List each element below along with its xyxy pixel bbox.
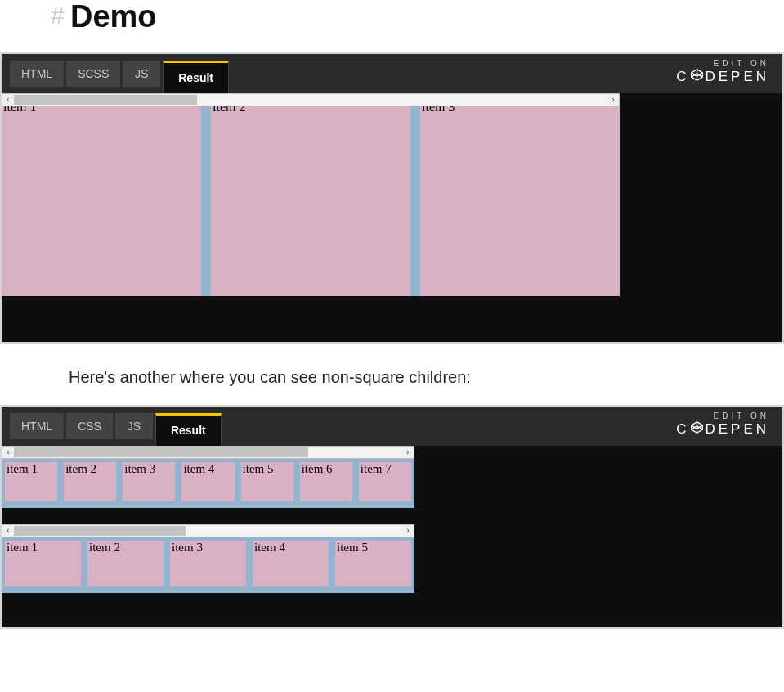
flex-item: item 5	[335, 541, 411, 586]
heading-title: Demo	[70, 0, 157, 34]
edit-on-codepen-link[interactable]: EDIT ON C DEPEN	[676, 59, 769, 86]
tab-html[interactable]: HTML	[10, 61, 64, 87]
scroll-track[interactable]	[14, 447, 402, 457]
flex-item: item 2	[87, 541, 164, 586]
scroll-right-arrow-icon[interactable]: ›	[607, 95, 619, 104]
flex-item: item 5	[241, 462, 293, 501]
body-paragraph: Here's another where you can see non-squ…	[69, 368, 784, 387]
flex-item: item 4	[253, 541, 329, 586]
tab-js[interactable]: JS	[115, 413, 153, 439]
codepen-embed-1: HTML SCSS JS Result EDIT ON C DEPEN	[0, 52, 784, 344]
scroll-thumb[interactable]	[14, 526, 186, 536]
tab-scss[interactable]: SCSS	[66, 61, 120, 87]
flex-item: item 3	[170, 541, 246, 586]
edit-on-label: EDIT ON	[676, 59, 769, 68]
scroll-left-arrow-icon[interactable]: ‹	[2, 526, 14, 535]
tab-js[interactable]: JS	[123, 61, 160, 87]
flex-item: item 7	[359, 462, 411, 501]
codepen-tabbar: HTML SCSS JS Result EDIT ON C DEPEN	[2, 54, 782, 93]
flex-item: item 1	[2, 106, 201, 296]
flex-item: item 2	[64, 462, 116, 501]
flex-item: item 1	[5, 541, 81, 586]
flex-item: item 3	[123, 462, 175, 501]
item-label: item 2	[213, 106, 409, 115]
codepen-logo: C DEPEN	[676, 420, 769, 438]
scroll-right-arrow-icon[interactable]: ›	[402, 526, 414, 535]
tab-html[interactable]: HTML	[10, 413, 64, 439]
codepen-tabbar: HTML CSS JS Result EDIT ON C DEPEN	[2, 407, 782, 446]
scroll-thumb[interactable]	[14, 447, 308, 457]
horizontal-scrollbar[interactable]: ‹ ›	[2, 93, 620, 106]
codepen-cube-icon	[690, 68, 704, 86]
edit-on-label: EDIT ON	[676, 411, 769, 420]
result-pane: ‹ › item 1 item 2 item 3 item 4 item 5 i…	[2, 446, 782, 627]
scroll-left-arrow-icon[interactable]: ‹	[2, 447, 14, 456]
codepen-logo: C DEPEN	[676, 68, 769, 86]
codepen-embed-2: HTML CSS JS Result EDIT ON C DEPEN	[0, 405, 784, 629]
flex-item: item 3	[420, 106, 620, 296]
tab-css[interactable]: CSS	[66, 413, 113, 439]
scroll-left-arrow-icon[interactable]: ‹	[2, 95, 14, 104]
item-label: item 3	[422, 106, 618, 115]
horizontal-scrollbar[interactable]: ‹ ›	[2, 524, 414, 537]
flex-container: item 1 item 2 item 3 item 4 item 5 item …	[2, 459, 414, 508]
horizontal-scrollbar[interactable]: ‹ ›	[2, 446, 414, 459]
flex-item: item 2	[211, 106, 410, 296]
flex-container: item 1 item 2 item 3 item 4 item 5	[2, 537, 414, 593]
flex-container: item 1 item 2 item 3	[2, 106, 620, 296]
flex-item: item 6	[300, 462, 352, 501]
flex-item: item 4	[181, 462, 234, 501]
scroll-thumb[interactable]	[14, 95, 197, 105]
edit-on-codepen-link[interactable]: EDIT ON C DEPEN	[676, 411, 769, 438]
flex-item: item 1	[5, 462, 57, 501]
result-pane: ‹ › item 1 item 2 item 3	[2, 93, 782, 342]
scroll-track[interactable]	[14, 526, 402, 536]
page-heading: # Demo	[0, 0, 784, 34]
codepen-cube-icon	[690, 420, 704, 438]
tab-result[interactable]: Result	[155, 413, 222, 446]
anchor-hash-icon[interactable]: #	[51, 2, 65, 29]
item-label: item 1	[3, 106, 199, 115]
scroll-track[interactable]	[14, 95, 607, 105]
tab-result[interactable]: Result	[163, 61, 229, 93]
scroll-right-arrow-icon[interactable]: ›	[402, 447, 414, 456]
